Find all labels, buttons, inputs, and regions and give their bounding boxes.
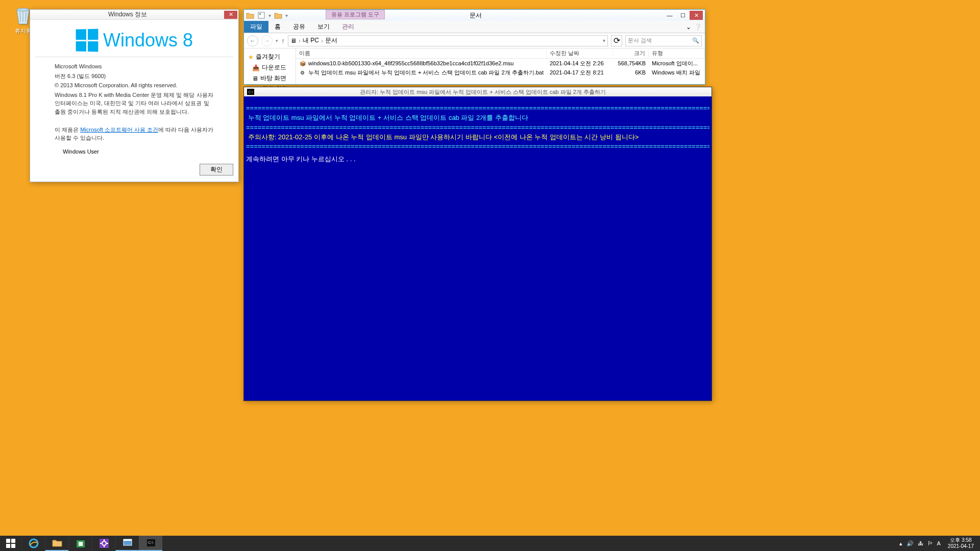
svg-point-3	[30, 539, 38, 547]
explorer-titlebar[interactable]: ▾ ▾ 응용 프로그램 도구 문서 — ☐ ✕	[244, 10, 705, 21]
svg-rect-2	[259, 13, 261, 15]
new-folder-icon[interactable]	[274, 11, 282, 19]
svg-point-0	[17, 8, 29, 11]
maximize-button[interactable]: ☐	[676, 11, 690, 20]
nav-pane: ★즐겨찾기 📥다운로드 🖥바탕 화면 📁최근 위치	[244, 48, 296, 84]
desktop-icon: 🖥	[252, 75, 258, 82]
svg-rect-9	[124, 539, 132, 541]
pc-icon: 🖥	[290, 37, 297, 44]
license-link[interactable]: Microsoft 소프트웨어 사용 조건	[80, 127, 158, 133]
tab-home[interactable]: 홈	[268, 21, 287, 33]
winver-edition: Windows 8.1 Pro K with Media Center 운영 체…	[55, 91, 214, 116]
cmd-line-1: 누적 업데이트 msu 파일에서 누적 업데이트 + 서비스 스택 업데이트 c…	[246, 113, 709, 123]
close-button[interactable]: ✕	[690, 11, 703, 20]
star-icon: ★	[248, 54, 254, 61]
tray-clock[interactable]: 오후 3:58 2021-04-17	[945, 537, 977, 549]
explorer-window: ▾ ▾ 응용 프로그램 도구 문서 — ☐ ✕ 파일 홈 공유 보기 관리 ⌄ …	[243, 9, 705, 85]
taskbar-explorer[interactable]	[45, 536, 68, 551]
col-date[interactable]: 수정한 날짜	[547, 49, 613, 57]
search-placeholder: 문서 검색	[628, 37, 652, 44]
file-row[interactable]: ⚙누적 업데이트 msu 파일에서 누적 업데이트 + 서비스 스택 업데이트 …	[296, 68, 705, 77]
folder-icon	[246, 11, 254, 19]
taskbar-store[interactable]	[68, 536, 92, 551]
help-icon[interactable]: ❔	[694, 23, 705, 31]
taskbar-settings[interactable]	[92, 536, 115, 551]
svg-rect-1	[258, 12, 264, 18]
cmd-prompt: 계속하려면 아무 키나 누르십시오 . . .	[246, 155, 709, 164]
forward-button[interactable]: →	[261, 35, 273, 46]
tray-time: 오후 3:58	[948, 537, 974, 543]
taskbar-ie[interactable]	[21, 536, 45, 551]
cmd-line-2: 주의사항: 2021-02-25 이후에 나온 누적 업데이트 msu 파일만 …	[246, 133, 709, 142]
svg-text:C:\: C:\	[148, 540, 154, 545]
tab-manage[interactable]: 관리	[336, 21, 360, 33]
nav-downloads[interactable]: 📥다운로드	[246, 62, 293, 73]
taskbar-cmd[interactable]: C:\	[139, 536, 162, 551]
nav-desktop[interactable]: 🖥바탕 화면	[246, 73, 293, 84]
file-row[interactable]: 📦windows10.0-kb5001330-x64_48f2955cc5688…	[296, 59, 705, 68]
properties-icon[interactable]	[257, 11, 265, 19]
winver-version: 버전 6.3 (빌드 9600)	[55, 72, 214, 81]
breadcrumb-docs[interactable]: 문서	[325, 36, 337, 45]
back-button[interactable]: ←	[247, 35, 258, 46]
winver-license: 이 제품은 Microsoft 소프트웨어 사용 조건에 따라 다음 사용자가 …	[55, 126, 214, 142]
ribbon-tabs: 파일 홈 공유 보기 관리 ⌄ ❔	[244, 21, 705, 33]
minimize-button[interactable]: —	[663, 11, 676, 20]
winver-title: Windows 정보	[31, 10, 224, 19]
app-tools-tab[interactable]: 응용 프로그램 도구	[326, 10, 385, 19]
col-type[interactable]: 유형	[649, 49, 705, 57]
tab-share[interactable]: 공유	[287, 21, 311, 33]
download-icon: 📥	[252, 64, 260, 71]
cmd-window: C:\ 관리자: 누적 업데이트 msu 파일에서 누적 업데이트 + 서비스 …	[243, 87, 712, 401]
start-button[interactable]	[0, 536, 21, 551]
tray-volume-icon[interactable]: 🔊	[906, 540, 914, 547]
search-box[interactable]: 문서 검색 🔍	[625, 35, 702, 46]
winver-copyright: © 2013 Microsoft Corporation. All rights…	[55, 81, 214, 90]
taskbar: C:\ ▴ 🔊 🖧 🏳 A 오후 3:58 2021-04-17	[0, 536, 980, 551]
tab-file[interactable]: 파일	[244, 21, 268, 33]
col-name[interactable]: 이름	[296, 49, 547, 57]
cmd-icon: C:\	[247, 89, 254, 95]
address-bar[interactable]: 🖥 › 내 PC › 문서 ▾	[288, 35, 608, 46]
ribbon-expand-icon[interactable]: ⌄	[683, 23, 694, 31]
search-icon: 🔍	[692, 37, 699, 44]
windows-logo: Windows 8	[76, 29, 193, 52]
ok-button[interactable]: 확인	[200, 164, 233, 176]
refresh-button[interactable]: ⟳	[611, 35, 622, 46]
tab-view[interactable]: 보기	[311, 21, 336, 33]
cmd-content[interactable]: ========================================…	[244, 96, 712, 171]
svg-rect-5	[79, 542, 83, 546]
nav-favorites[interactable]: ★즐겨찾기	[246, 52, 293, 62]
tray-action-center-icon[interactable]: 🏳	[927, 540, 933, 546]
windows-logo-text: Windows 8	[103, 30, 193, 51]
winver-dialog: Windows 정보 ✕ Windows 8 Microsoft Windows…	[30, 9, 239, 182]
breadcrumb-pc[interactable]: 내 PC	[303, 36, 319, 45]
winver-close-button[interactable]: ✕	[224, 11, 237, 19]
up-button[interactable]: ↑	[281, 37, 285, 45]
winver-heading: Microsoft Windows	[55, 62, 214, 71]
tray-ime[interactable]: A	[937, 540, 941, 546]
cmd-titlebar[interactable]: C:\ 관리자: 누적 업데이트 msu 파일에서 누적 업데이트 + 서비스 …	[244, 87, 712, 96]
tray-show-hidden-icon[interactable]: ▴	[899, 540, 902, 547]
msu-file-icon: 📦	[299, 60, 306, 67]
col-size[interactable]: 크기	[613, 49, 649, 57]
cmd-title: 관리자: 누적 업데이트 msu 파일에서 누적 업데이트 + 서비스 스택 업…	[257, 88, 708, 96]
taskbar-winver[interactable]	[115, 536, 139, 551]
bat-file-icon: ⚙	[299, 69, 306, 76]
winver-titlebar[interactable]: Windows 정보 ✕	[30, 10, 238, 20]
windows-logo-icon	[6, 539, 15, 548]
file-list: 이름 수정한 날짜 크기 유형 📦windows10.0-kb5001330-x…	[296, 48, 705, 84]
tray-network-icon[interactable]: 🖧	[918, 540, 923, 546]
tray-date: 2021-04-17	[948, 543, 974, 549]
winver-user: Windows User	[63, 148, 214, 155]
